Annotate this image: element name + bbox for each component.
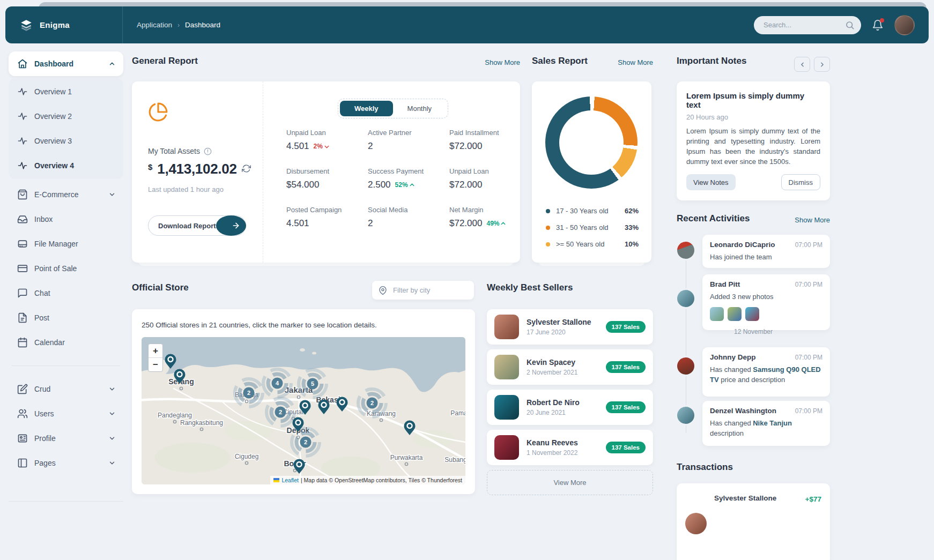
store-map[interactable]: SerangPandeglangRangkasbitungBalarajaJak… [142,337,465,484]
seller-row[interactable]: Keanu Reeves1 November 2022 137 Sales [487,430,653,465]
toggle-monthly[interactable]: Monthly [393,101,447,116]
legend-item: >= 50 Years old 10% [546,236,639,252]
map-city-label: Pama [450,409,465,417]
sidebar-item-label: Chat [34,289,50,297]
leaflet-link[interactable]: Leaflet [281,477,299,483]
activities-show-more[interactable]: Show More [795,216,830,224]
sidebar-item-inbox[interactable]: Inbox [9,207,123,232]
credit-card-icon [17,263,28,274]
sales-report-show-more[interactable]: Show More [618,58,653,66]
zoom-in-button[interactable]: + [149,344,162,357]
flag-icon [273,478,279,482]
inbox-icon [17,214,28,225]
sidebar-item-point-of-sale[interactable]: Point of Sale [9,256,123,281]
refresh-icon[interactable] [242,164,251,173]
important-notes-header: Important Notes [677,56,830,66]
stat-disbursement: Disbursement $54.000 [286,167,368,206]
sidebar-item-pages[interactable]: Pages [9,451,123,475]
sidebar-item-label: Inbox [34,215,53,223]
trend-down-badge: 2% [314,143,330,150]
photo-thumbnail[interactable] [728,307,742,321]
activity-item[interactable]: Johnny Depp07:00 PM Has changed Samsung … [702,347,830,397]
filter-city-input[interactable] [392,286,464,295]
sidebar-item-label: Pages [34,459,56,467]
attribution-text: | Map data © OpenStreetMap contributors,… [301,477,462,483]
download-reports-button[interactable]: Download Reports [148,215,246,236]
sales-badge: 137 Sales [606,361,646,373]
legend-dot [546,242,550,247]
layers-logo-icon [19,18,33,32]
activity-icon [17,111,28,122]
svg-text:2: 2 [279,409,282,415]
dismiss-button[interactable]: Dismiss [781,174,821,190]
svg-text:5: 5 [311,380,314,387]
stat-posted-campaign: Posted Campaign 4.501 [286,206,368,244]
stat-net-margin: Net Margin $72.000 49% [449,206,530,244]
photo-thumbnail[interactable] [710,307,724,321]
legend-dot [546,209,550,213]
sidebar-item-post[interactable]: Post [9,305,123,330]
sidebar-item-users[interactable]: Users [9,401,123,426]
brand[interactable]: Enigma [19,18,122,32]
transaction-amount: +$77 [805,495,821,503]
sidebar-item-dashboard[interactable]: Dashboard [9,51,123,76]
sidebar-item-overview-4[interactable]: Overview 4 [9,153,123,178]
dashboard-submenu: Overview 1 Overview 2 Overview 3 Overvie… [9,78,123,179]
notes-prev-button[interactable] [794,57,810,72]
sidebar-item-label: Calendar [34,338,65,347]
seller-row[interactable]: Kevin Spacey2 November 2021 137 Sales [487,349,653,385]
topbar-divider [122,6,123,43]
sidebar-item-ecommerce[interactable]: E-Commerce [9,182,123,207]
zoom-out-button[interactable]: − [149,357,162,371]
view-notes-button[interactable]: View Notes [686,174,736,190]
seller-row[interactable]: Sylvester Stallone17 June 2020 137 Sales [487,309,653,345]
general-report-show-more[interactable]: Show More [485,58,520,66]
sidebar-item-overview-2[interactable]: Overview 2 [9,104,123,129]
breadcrumb-application[interactable]: Application [137,21,172,29]
total-assets-label: My Total Assets [148,147,212,155]
breadcrumb: Application › Dashboard [137,21,220,29]
general-report-card: My Total Assets $1,413,102.02 Last updat… [132,81,520,263]
toggle-weekly[interactable]: Weekly [340,101,393,116]
breadcrumb-dashboard[interactable]: Dashboard [185,21,220,29]
section-title: Important Notes [677,56,746,66]
section-title: Transactions [677,462,733,473]
map-city-label: Pandeglang [158,412,192,419]
activity-icon [17,86,28,97]
activity-item[interactable]: Denzel Washington07:00 PM Has changed Ni… [702,401,830,446]
sidebar-item-chat[interactable]: Chat [9,281,123,305]
legend-dot [546,226,550,230]
pie-chart-icon [148,102,168,122]
sidebar-item-overview-1[interactable]: Overview 1 [9,79,123,104]
photo-thumbnail[interactable] [745,307,759,321]
notifications-button[interactable] [872,19,884,31]
avatar [676,356,696,376]
dashboard-page: Enigma Application › Dashboard Da [0,0,934,560]
sidebar-item-calendar[interactable]: Calendar [9,330,123,355]
sidebar-item-profile[interactable]: Profile [9,426,123,451]
activity-item[interactable]: Brad Pitt07:00 PM Added 3 new photos [702,274,830,330]
arrow-right-icon [216,215,246,236]
activity-icon [17,160,28,171]
search-box[interactable] [754,16,861,34]
info-icon[interactable] [204,147,212,155]
timeline-line [686,240,686,433]
view-more-button[interactable]: View More [487,470,653,495]
search-input[interactable] [762,20,840,29]
users-icon [17,408,28,419]
seller-row[interactable]: Robert De Niro20 June 2021 137 Sales [487,390,653,425]
sidebar-item-file-manager[interactable]: File Manager [9,232,123,256]
last-updated-text: Last updated 1 hour ago [148,185,224,193]
sidebar-item-label: Users [34,409,54,418]
user-avatar[interactable] [894,15,915,35]
sidebar-item-label: Overview 4 [34,161,74,170]
transaction-row[interactable]: Sylvester Stallone +$77 [677,483,830,560]
filter-by-city-box[interactable] [372,281,474,300]
avatar [494,435,519,460]
svg-text:4: 4 [276,380,279,386]
avatar [494,395,519,420]
sidebar-item-overview-3[interactable]: Overview 3 [9,129,123,153]
sidebar-item-crud[interactable]: Crud [9,377,123,401]
notes-next-button[interactable] [814,57,830,72]
activity-item[interactable]: Leonardo DiCaprio07:00 PM Has joined the… [702,235,830,268]
